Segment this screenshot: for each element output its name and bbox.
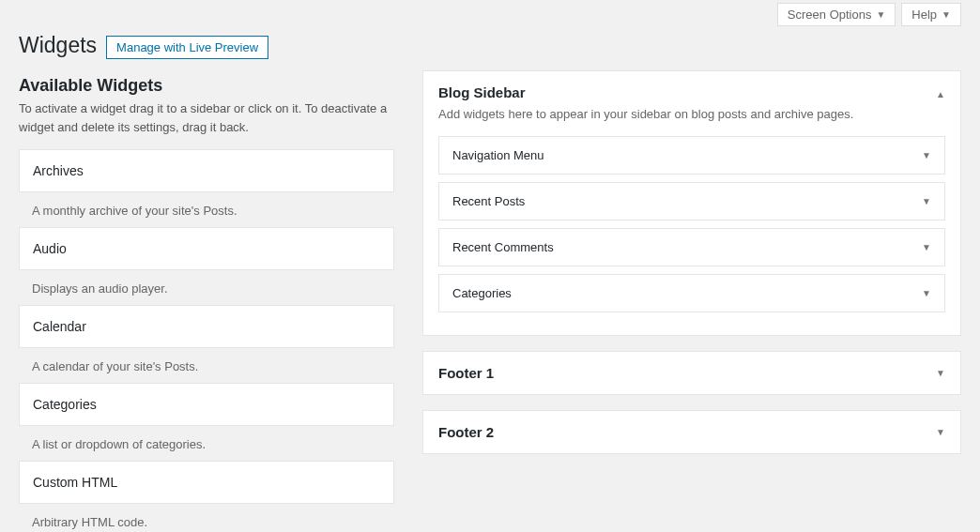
chevron-down-icon: ▼ (922, 196, 931, 206)
chevron-down-icon: ▼ (936, 368, 945, 378)
widget-areas-column: Blog Sidebar ▲ Add widgets here to appea… (422, 70, 961, 532)
placed-widget-navigation-menu[interactable]: Navigation Menu ▼ (438, 136, 945, 175)
widget-area-desc: Add widgets here to appear in your sideb… (438, 106, 945, 123)
widget-name: Calendar (33, 319, 86, 334)
widget-area-footer-2[interactable]: Footer 2 ▼ (422, 410, 961, 454)
chevron-up-icon: ▲ (936, 89, 945, 99)
available-widgets-column: Available Widgets To activate a widget d… (19, 70, 394, 532)
manage-live-preview-button[interactable]: Manage with Live Preview (106, 36, 268, 59)
widget-desc: Displays an audio player. (19, 270, 394, 305)
placed-widget-recent-posts[interactable]: Recent Posts ▼ (438, 182, 945, 220)
available-widgets-title: Available Widgets (19, 76, 394, 96)
widget-area-blog-sidebar: Blog Sidebar ▲ Add widgets here to appea… (422, 70, 961, 336)
widget-desc: Arbitrary HTML code. (19, 504, 394, 532)
placed-widget-label: Recent Comments (452, 240, 554, 254)
top-bar: Screen Options ▼ Help ▼ (19, 0, 961, 26)
chevron-down-icon: ▼ (942, 9, 951, 20)
widget-area-title: Footer 2 (438, 424, 494, 440)
available-widget-archives[interactable]: Archives (19, 149, 394, 192)
widget-desc: A monthly archive of your site's Posts. (19, 192, 394, 227)
available-widgets-subtitle: To activate a widget drag it to a sideba… (19, 99, 394, 136)
available-widget-audio[interactable]: Audio (19, 227, 394, 270)
widget-area-title: Footer 1 (438, 365, 494, 381)
screen-options-label: Screen Options (788, 8, 872, 22)
available-widget-calendar[interactable]: Calendar (19, 305, 394, 348)
widget-desc: A calendar of your site's Posts. (19, 348, 394, 383)
page-title: Widgets (19, 33, 97, 58)
widget-name: Categories (33, 397, 97, 412)
placed-widget-label: Recent Posts (452, 194, 525, 208)
widget-desc: A list or dropdown of categories. (19, 426, 394, 461)
placed-widget-label: Categories (452, 286, 512, 300)
chevron-down-icon: ▼ (936, 427, 945, 437)
placed-widget-categories[interactable]: Categories ▼ (438, 274, 945, 312)
placed-widget-label: Navigation Menu (452, 148, 544, 162)
chevron-down-icon: ▼ (922, 150, 931, 160)
chevron-down-icon: ▼ (922, 288, 931, 298)
widget-name: Archives (33, 163, 84, 178)
help-button[interactable]: Help ▼ (901, 3, 961, 26)
widget-name: Audio (33, 241, 67, 256)
widget-area-title: Blog Sidebar (438, 84, 526, 100)
chevron-down-icon: ▼ (876, 9, 885, 20)
screen-options-button[interactable]: Screen Options ▼ (777, 3, 896, 26)
page-header: Widgets Manage with Live Preview (19, 32, 961, 59)
widget-name: Custom HTML (33, 475, 117, 490)
chevron-down-icon: ▼ (922, 242, 931, 252)
available-widget-categories[interactable]: Categories (19, 383, 394, 426)
widget-area-footer-1[interactable]: Footer 1 ▼ (422, 351, 961, 395)
help-label: Help (911, 8, 937, 22)
available-widget-custom-html[interactable]: Custom HTML (19, 461, 394, 504)
widget-area-header[interactable]: Blog Sidebar ▲ (438, 83, 945, 106)
placed-widget-recent-comments[interactable]: Recent Comments ▼ (438, 228, 945, 266)
